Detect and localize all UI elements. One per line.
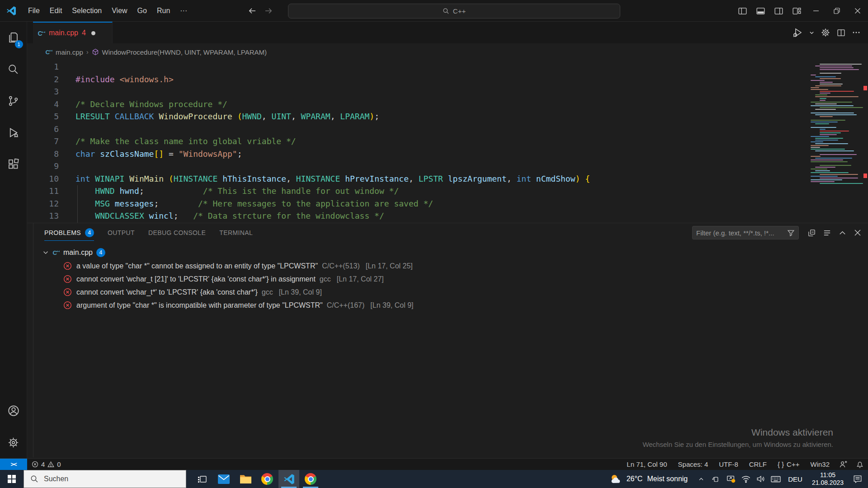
panel-tab-problems[interactable]: PROBLEMS4 (44, 223, 94, 242)
input-language-indicator[interactable]: DEU (788, 475, 802, 483)
maximize-panel-button[interactable] (838, 229, 847, 237)
command-center-search[interactable]: C++ (288, 4, 620, 19)
code-line[interactable]: 12 MSG messages; /* Here messages to the… (27, 197, 868, 210)
warning-triangle-icon (47, 461, 54, 468)
menu-item-file[interactable]: File (23, 0, 45, 22)
panel-tab-output[interactable]: OUTPUT (108, 223, 135, 242)
toggle-primary-sidebar-icon[interactable] (733, 0, 751, 22)
editor-settings-button[interactable] (821, 28, 830, 38)
problems-filter[interactable] (692, 226, 799, 239)
tray-wifi-icon[interactable] (740, 474, 751, 484)
code-editor[interactable]: 12#include <windows.h>34/* Declare Windo… (27, 61, 868, 223)
tray-rotation-lock-icon[interactable] (710, 474, 722, 484)
forward-arrow-icon[interactable] (264, 6, 273, 15)
problem-row[interactable]: cannot convert 'wchar_t*' to 'LPCSTR' {a… (27, 286, 868, 299)
code-line[interactable]: 11 HWND hwnd; /* This ist the handle for… (27, 185, 868, 197)
split-editor-button[interactable] (836, 28, 846, 38)
close-panel-button[interactable] (854, 229, 862, 237)
code-line[interactable]: 4/* Declare Windows procedure */ (27, 98, 868, 111)
sidebar-item-search[interactable] (0, 53, 27, 85)
more-actions-button[interactable] (852, 28, 861, 37)
minimize-button[interactable] (806, 0, 826, 22)
menu-item-edit[interactable]: Edit (45, 0, 67, 22)
menu-item-go[interactable]: Go (132, 0, 152, 22)
settings-button[interactable] (0, 427, 27, 458)
error-circle-icon (32, 461, 38, 468)
close-button[interactable] (847, 0, 868, 22)
code-line[interactable]: 3 (27, 85, 868, 98)
code-line[interactable]: 1 (27, 61, 868, 73)
eol-sequence[interactable]: CRLF (744, 460, 772, 468)
indentation[interactable]: Spaces: 4 (673, 460, 714, 468)
problem-row[interactable]: cannot convert 'wchar_t [21]' to 'LPCSTR… (27, 272, 868, 286)
chevron-up-icon (698, 475, 705, 483)
code-line[interactable]: 5LRESULT CALLBACK WindowProcedure (HWND,… (27, 110, 868, 123)
code-line[interactable]: 7/* Make the class name into global vria… (27, 135, 868, 148)
notifications-button[interactable] (852, 460, 868, 469)
command-center-label: C++ (453, 7, 466, 15)
code-line[interactable]: 9 (27, 160, 868, 173)
remote-indicator[interactable]: >< (0, 459, 27, 470)
customize-layout-icon[interactable] (788, 0, 806, 22)
sidebar-item-source-control[interactable] (0, 85, 27, 117)
problem-row[interactable]: argument of type "char *" is incompatibl… (27, 299, 868, 312)
taskbar-app-mail[interactable] (213, 470, 234, 488)
language-mode[interactable]: { } C++ (772, 460, 805, 468)
code-line[interactable]: 10int WINAPI WinMain (HINSTANCE hThisIns… (27, 173, 868, 185)
menu-item-run[interactable]: Run (152, 0, 175, 22)
collapse-all-button[interactable] (807, 229, 816, 237)
restore-button[interactable] (826, 0, 847, 22)
code-line[interactable]: 8char szClassName[] = "WindowsApp"; (27, 148, 868, 160)
minimap[interactable] (811, 62, 861, 200)
menu-item-selection[interactable]: Selection (67, 0, 107, 22)
panel-tab-terminal[interactable]: TERMINAL (219, 223, 253, 242)
action-center-button[interactable] (848, 474, 867, 484)
tab-main-cpp[interactable]: main.cpp 4 (33, 22, 113, 43)
encoding[interactable]: UTF-8 (713, 460, 744, 468)
taskbar-weather-widget[interactable]: 26°C Meist sonnig (604, 474, 694, 484)
show-hidden-icons-button[interactable] (695, 475, 707, 483)
filter-input[interactable] (696, 229, 787, 237)
tray-touch-keyboard-icon[interactable] (770, 474, 781, 484)
panel-tab-debug-console[interactable]: DEBUG CONSOLE (148, 223, 206, 242)
code-line[interactable]: 6 (27, 123, 868, 136)
task-view-button[interactable] (192, 470, 212, 488)
taskbar-app-chrome-2[interactable] (300, 470, 321, 488)
taskbar-app-vscode[interactable] (278, 470, 299, 488)
run-dropdown-chevron-icon[interactable] (809, 30, 815, 36)
feedback-button[interactable] (835, 460, 852, 469)
problem-row[interactable]: a value of type "char *" cannot be assig… (27, 259, 868, 272)
action-center-icon (853, 474, 863, 484)
breadcrumb-symbol[interactable]: WindowProcedure(HWND, UINT, WPARAM, LPAR… (102, 48, 267, 56)
tray-cast-icon[interactable] (725, 474, 736, 484)
toggle-secondary-sidebar-icon[interactable] (769, 0, 788, 22)
menu-item-more[interactable]: ··· (175, 0, 192, 22)
line-content: /* Make the class name into global vriab… (75, 135, 296, 148)
sidebar-item-run-debug[interactable] (0, 117, 27, 148)
code-line[interactable]: 13 WNDCLASSEX wincl; /* Data strcture fo… (27, 210, 868, 222)
status-problems[interactable]: 4 0 (27, 460, 66, 468)
account-button[interactable] (0, 395, 27, 427)
taskbar-app-chrome-1[interactable] (257, 470, 278, 488)
activity-bar: 1 (0, 22, 27, 458)
taskbar-search-input[interactable] (44, 475, 157, 483)
sidebar-item-explorer[interactable]: 1 (0, 22, 27, 53)
view-as-table-button[interactable] (823, 229, 831, 237)
taskbar-clock[interactable]: 11:05 21.08.2023 (812, 471, 844, 487)
taskbar-app-explorer[interactable] (235, 470, 256, 488)
problems-file-group[interactable]: main.cpp 4 (27, 246, 868, 259)
menu-item-view[interactable]: View (107, 0, 132, 22)
sidebar-item-extensions[interactable] (0, 148, 27, 180)
code-line[interactable]: 2#include <windows.h> (27, 73, 868, 86)
status-bar: >< 4 0 Ln 71, Col 90 Spaces: 4 UTF-8 CRL… (0, 458, 868, 470)
breadcrumb-file[interactable]: main.cpp (56, 48, 83, 56)
toggle-panel-icon[interactable] (751, 0, 769, 22)
back-arrow-icon[interactable] (248, 6, 257, 15)
build-target[interactable]: Win32 (805, 460, 835, 468)
taskbar-search[interactable] (24, 470, 186, 488)
start-button[interactable] (0, 470, 24, 488)
run-cpp-file-button[interactable] (792, 27, 803, 38)
tray-volume-icon[interactable] (755, 474, 766, 484)
modified-dot-icon[interactable] (91, 31, 95, 35)
cursor-position[interactable]: Ln 71, Col 90 (621, 460, 672, 468)
